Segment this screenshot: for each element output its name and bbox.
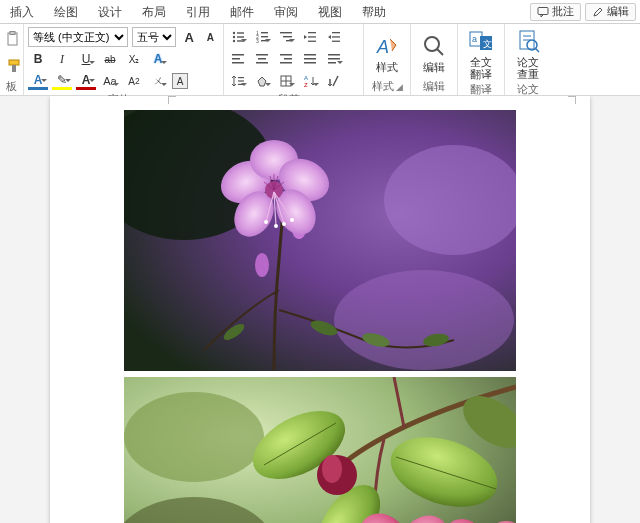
sort-button[interactable]: AZ	[300, 71, 320, 91]
svg-rect-4	[12, 65, 16, 72]
italic-button[interactable]: I	[52, 49, 72, 69]
translate-label: 全文 翻译	[470, 56, 492, 80]
text-effects-button[interactable]: A	[148, 49, 168, 69]
svg-rect-17	[280, 32, 292, 33]
svg-text:a: a	[472, 34, 477, 44]
svg-point-64	[334, 270, 514, 370]
tab-references[interactable]: 引用	[176, 0, 220, 24]
dialog-launcher-icon[interactable]: ◢	[396, 82, 403, 92]
svg-point-91	[124, 392, 264, 482]
tab-design[interactable]: 设计	[88, 0, 132, 24]
grow-font-button[interactable]: A	[180, 27, 197, 47]
format-painter-icon[interactable]	[4, 56, 24, 76]
font-color-button[interactable]: A	[76, 73, 96, 90]
superscript-button[interactable]: A2	[124, 71, 144, 91]
change-case-button[interactable]: Aa	[100, 71, 120, 91]
svg-point-100	[322, 455, 342, 483]
margin-marker-right	[568, 96, 576, 104]
clipboard-group: 板	[0, 24, 24, 95]
distribute-button[interactable]	[324, 49, 344, 69]
tab-view[interactable]: 视图	[308, 0, 352, 24]
svg-point-88	[274, 224, 278, 228]
bullets-button[interactable]	[228, 27, 248, 47]
decrease-indent-button[interactable]	[300, 27, 320, 47]
svg-rect-0	[538, 7, 548, 14]
edit-mode-button[interactable]: 编辑	[585, 3, 636, 21]
svg-text:文: 文	[483, 39, 492, 49]
svg-rect-36	[304, 58, 316, 60]
styles-group-label: 样式◢	[368, 79, 406, 95]
tab-help[interactable]: 帮助	[352, 0, 396, 24]
shrink-font-button[interactable]: A	[202, 27, 219, 47]
svg-rect-21	[308, 36, 316, 37]
edit-button[interactable]: 编辑	[415, 26, 453, 79]
menu-bar: 插入 绘图 设计 布局 引用 邮件 审阅 视图 帮助 批注 编辑	[0, 0, 640, 24]
bold-button[interactable]: B	[28, 49, 48, 69]
svg-text:3: 3	[256, 38, 259, 44]
char-border-button[interactable]: A	[172, 73, 188, 89]
svg-rect-6	[237, 32, 244, 33]
svg-point-89	[264, 220, 268, 224]
svg-point-7	[233, 36, 235, 38]
svg-rect-3	[9, 60, 19, 65]
line-spacing-button[interactable]	[228, 71, 248, 91]
comment-icon	[537, 6, 549, 18]
page	[50, 96, 590, 523]
thesis-check-button[interactable]: 论文 查重	[509, 26, 547, 82]
comments-button[interactable]: 批注	[530, 3, 581, 21]
tab-layout[interactable]: 布局	[132, 0, 176, 24]
svg-rect-20	[308, 32, 316, 33]
svg-rect-26	[232, 54, 244, 56]
svg-rect-14	[261, 36, 268, 37]
phonetic-guide-button[interactable]: ㄨ	[148, 71, 168, 91]
para-shading-button[interactable]	[252, 71, 272, 91]
translate-group: a文 全文 翻译 翻译	[458, 24, 505, 95]
align-left-button[interactable]	[228, 49, 248, 69]
shading-pen-button[interactable]: ✎	[52, 73, 72, 90]
svg-rect-22	[308, 41, 316, 42]
inserted-image-1[interactable]	[124, 110, 516, 371]
svg-text:Z: Z	[304, 82, 308, 88]
svg-rect-32	[280, 54, 292, 56]
strike-button[interactable]: ab	[100, 49, 120, 69]
svg-rect-41	[238, 77, 244, 78]
tab-review[interactable]: 审阅	[264, 0, 308, 24]
tab-draw[interactable]: 绘图	[44, 0, 88, 24]
clipboard-label: 板	[4, 79, 19, 95]
svg-point-70	[255, 253, 269, 277]
svg-rect-31	[256, 62, 268, 64]
translate-icon: a文	[468, 28, 494, 54]
align-right-button[interactable]	[276, 49, 296, 69]
svg-rect-33	[284, 58, 292, 60]
highlight-button[interactable]: A	[28, 73, 48, 90]
align-center-button[interactable]	[252, 49, 272, 69]
numbering-button[interactable]: 123	[252, 27, 272, 47]
underline-button[interactable]: U	[76, 49, 96, 69]
inserted-image-2[interactable]	[124, 377, 516, 523]
tab-mailings[interactable]: 邮件	[220, 0, 264, 24]
font-family-select[interactable]: 等线 (中文正文)	[28, 27, 128, 47]
svg-rect-23	[332, 32, 340, 33]
paste-icon[interactable]	[4, 29, 24, 49]
svg-rect-18	[283, 36, 292, 37]
svg-rect-35	[304, 54, 316, 56]
thesis-label: 论文 查重	[517, 56, 539, 80]
styles-label: 样式	[376, 61, 398, 73]
justify-button[interactable]	[300, 49, 320, 69]
translate-button[interactable]: a文 全文 翻译	[462, 26, 500, 82]
styles-button[interactable]: A 样式	[368, 26, 406, 79]
svg-rect-42	[238, 80, 244, 81]
font-size-select[interactable]: 五号	[132, 27, 176, 47]
svg-point-50	[425, 37, 439, 51]
document-canvas[interactable]	[0, 96, 640, 523]
edit-label: 编辑	[423, 61, 445, 73]
multilevel-button[interactable]	[276, 27, 296, 47]
thesis-icon	[515, 28, 541, 54]
borders-button[interactable]	[276, 71, 296, 91]
increase-indent-button[interactable]	[324, 27, 344, 47]
show-marks-button[interactable]	[324, 71, 344, 91]
subscript-button[interactable]: X₂	[124, 49, 144, 69]
tab-insert[interactable]: 插入	[0, 0, 44, 24]
svg-rect-27	[232, 58, 240, 60]
svg-rect-12	[261, 32, 268, 33]
